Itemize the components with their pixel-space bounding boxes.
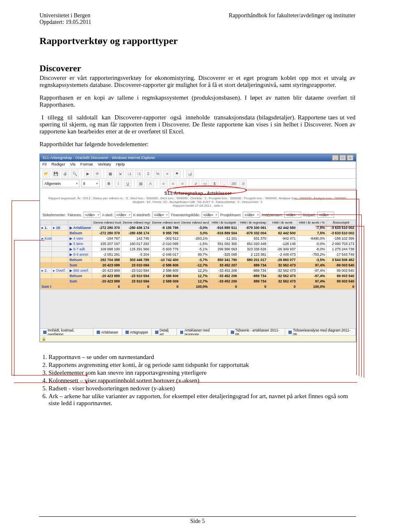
menu-fil[interactable]: Fil bbox=[42, 162, 46, 168]
percent-icon[interactable]: % bbox=[154, 170, 162, 177]
header-org: Universitetet i Bergen bbox=[40, 12, 91, 19]
sheet-tab[interactable]: Artsklasser bbox=[93, 329, 122, 336]
grid-header[interactable]: Denne måned regnskap bbox=[121, 220, 151, 225]
grid-header[interactable]: Hittil i år regnskap bbox=[239, 220, 268, 225]
sheet-tab[interactable]: Tidsserie - artsklasser 2011-08 bbox=[228, 329, 285, 336]
side-select-asted[interactable]: <Alle> bbox=[115, 212, 132, 218]
grid-header[interactable] bbox=[68, 220, 92, 225]
side-select-finans[interactable]: <Alle> bbox=[202, 212, 218, 218]
list-item: Radsett - viser hovedsorteringen nedover… bbox=[49, 385, 356, 392]
inc-dec-icon[interactable]: .00 bbox=[230, 180, 237, 187]
close-icon[interactable]: × bbox=[347, 155, 353, 161]
page-title: Rapportverktøy og rapporttyper bbox=[40, 35, 356, 47]
table-row[interactable]: Belsum292 704 388303 446 789-10 742 400-… bbox=[40, 257, 356, 263]
table-row[interactable]: ▸ 2.▸ Overf.▶ 800 overf.-20 423 989-23 0… bbox=[40, 268, 356, 273]
menu-rediger[interactable]: Rediger bbox=[51, 162, 65, 168]
fontsize-select[interactable]: 8 bbox=[81, 180, 100, 187]
wrap-icon[interactable]: ↲ bbox=[192, 180, 200, 187]
menu-format[interactable]: Format bbox=[80, 162, 93, 168]
grid-header[interactable]: Denne måned avvik % bbox=[180, 220, 209, 225]
totals-icon[interactable]: ≡ bbox=[163, 170, 171, 177]
table-row[interactable]: ▶ 5 lønn155 207 197160 017 292-2 010 095… bbox=[40, 241, 356, 247]
preview-icon[interactable]: 🔍 bbox=[71, 170, 79, 177]
table-row[interactable]: ▸ Kostn.▶ 4 vare-184 767142 745-302 512-… bbox=[40, 236, 356, 241]
table-row[interactable]: Belsum-20 423 989-23 910 5942 586 60612,… bbox=[40, 273, 356, 279]
sort-asc-icon[interactable]: ↓1 bbox=[125, 170, 133, 177]
align-right-icon[interactable]: ≡ bbox=[179, 180, 186, 187]
fontcolor-icon[interactable]: A bbox=[146, 180, 154, 187]
grid-header[interactable]: Årsbudsjett bbox=[326, 220, 356, 225]
sheet-tabs[interactable]: Innfaldt, kostnad, overføring Artsklasse… bbox=[40, 328, 356, 336]
chart-icon[interactable]: 📊 bbox=[186, 170, 194, 177]
grid-header[interactable] bbox=[52, 220, 68, 225]
currency-icon[interactable]: $ bbox=[211, 180, 218, 187]
print-icon[interactable]: 🖨 bbox=[61, 170, 69, 177]
table-row[interactable]: Belsum-272 280 379-280 436 1748 955 7953… bbox=[40, 231, 356, 236]
menu-bar[interactable]: Fil Rediger Vis Format Verktøy Hjelp bbox=[40, 161, 356, 169]
sum-icon[interactable]: Σ bbox=[144, 170, 152, 177]
window-title-text: S11-Artsregnskap - OracleBI Discoverer -… bbox=[42, 156, 155, 160]
window-titlebar: S11-Artsregnskap - OracleBI Discoverer -… bbox=[40, 154, 356, 161]
paragraph-2: Rapportbasen er en kopi av tallene i reg… bbox=[40, 94, 356, 108]
grid-header[interactable]: Denne måned avvik bbox=[151, 220, 180, 225]
table-row[interactable]: ▶ 6-7 adk109 688 190115 291 966-5 603 77… bbox=[40, 247, 356, 252]
sheet-tab[interactable]: Innfaldt, kostnad, overføring bbox=[40, 329, 93, 336]
table-row[interactable]: Sum20 423 08923 010 094-2 586 606-12,7%3… bbox=[40, 263, 356, 268]
status-bar: 🔒 bbox=[40, 335, 356, 342]
sheet-tab[interactable]: Detalj art bbox=[152, 329, 177, 336]
list-item: Kolonnesett – viser rapportinnhold sorte… bbox=[49, 377, 356, 384]
paragraph-1: Discoverer er vårt rapporteringsverktøy … bbox=[40, 75, 356, 89]
grid-header[interactable]: Hittil i år avvik bbox=[268, 220, 297, 225]
sheet-tab[interactable]: Artsgrupper bbox=[122, 329, 152, 336]
open-icon[interactable]: 📂 bbox=[42, 170, 50, 177]
grid-header[interactable]: Denne måned budsjett bbox=[92, 220, 121, 225]
grid-header[interactable]: Hittil i år avvik i % bbox=[297, 220, 326, 225]
table-row[interactable]: Sum total000100,0%000100,0%0 bbox=[40, 284, 356, 289]
table-row[interactable]: ▸ 1.▸ 1K▶ Artsklasse-272 280 370-280 436… bbox=[40, 225, 356, 231]
lead-text: Rapportbildet har følgende hovedelemente… bbox=[40, 141, 356, 148]
sheet-tab[interactable]: Artsklasser med prognose bbox=[177, 329, 228, 336]
sort-desc-icon[interactable]: ↑1 bbox=[135, 170, 143, 177]
save-icon[interactable]: 💾 bbox=[52, 170, 60, 177]
menu-hjelp[interactable]: Hjelp bbox=[116, 162, 125, 168]
refresh-icon[interactable]: ⟳ bbox=[93, 170, 101, 177]
side-select-ksted[interactable]: <Alle> bbox=[152, 212, 169, 218]
page-number: Side 5 bbox=[190, 518, 204, 524]
layout-icon[interactable]: ▦ bbox=[107, 170, 114, 177]
table-row[interactable]: ▶ 8-9 annet-2 051 291-5 204-2 046 01799,… bbox=[40, 252, 356, 257]
header-updated: Oppdatert: 19.05.2011 bbox=[40, 19, 91, 26]
dec-dec-icon[interactable]: .0 bbox=[239, 180, 247, 187]
side-elements-row: Sideelementer: Faksnes: <Alle> A-sted: <… bbox=[40, 210, 356, 220]
italic-icon[interactable]: i bbox=[114, 180, 122, 187]
lock-icon: 🔒 bbox=[42, 337, 46, 341]
side-select-prosjekt[interactable]: <Alle> bbox=[243, 212, 260, 218]
drill-icon[interactable]: ⇲ bbox=[116, 170, 124, 177]
menu-verktoy[interactable]: Verktøy bbox=[98, 162, 111, 168]
number-icon[interactable]: , bbox=[220, 180, 228, 187]
flag-icon[interactable]: ⚑ bbox=[173, 170, 181, 177]
list-item: Rapportens avgrensning etter konti, år o… bbox=[49, 362, 356, 369]
sheet-tab[interactable]: Tidsserieanalyse med diagram 2011-08 bbox=[285, 329, 356, 336]
toolbar-2: Allgemein 8 B i U ▨ A ≡ ≡ ≡ ↲ ▭ $ , .00 … bbox=[40, 179, 356, 189]
fill-icon[interactable]: ▨ bbox=[137, 180, 145, 187]
align-left-icon[interactable]: ≡ bbox=[160, 180, 167, 187]
merge-icon[interactable]: ▭ bbox=[201, 180, 209, 187]
grid-header[interactable] bbox=[40, 220, 52, 225]
maximize-icon[interactable]: □ bbox=[339, 155, 346, 161]
element-list: Rapportnavn – se under om navnestandard … bbox=[49, 354, 356, 407]
run-icon[interactable]: ▶ bbox=[84, 170, 92, 177]
side-select-motpart[interactable]: <Alle> bbox=[317, 212, 334, 218]
grid-header[interactable]: Hittil i år budsjett bbox=[209, 220, 238, 225]
menu-vis[interactable]: Vis bbox=[70, 162, 75, 168]
report-meta: Rapport avgrenset: År: '2011', Status pe… bbox=[40, 196, 356, 210]
table-row[interactable]: Sum-20 423 98923 910 5942 589 00912,7%-3… bbox=[40, 279, 356, 284]
screenshot-figure: S11-Artsregnskap - OracleBI Discoverer -… bbox=[40, 154, 356, 342]
style-select[interactable]: Allgemein bbox=[42, 180, 79, 187]
minimize-icon[interactable]: _ bbox=[332, 155, 339, 161]
align-center-icon[interactable]: ≡ bbox=[169, 180, 177, 187]
toolbar-1: 📂 💾 🖨 🔍 ▶ ⟳ ▦ ⇲ ↓1 ↑1 Σ % ≡ ⚑ 📊 bbox=[40, 169, 356, 179]
side-select-analyse[interactable]: <Alle> bbox=[284, 212, 301, 218]
underline-icon[interactable]: U bbox=[124, 180, 132, 187]
side-select-faksnes[interactable]: <Alle> bbox=[84, 212, 100, 218]
bold-icon[interactable]: B bbox=[105, 180, 113, 187]
